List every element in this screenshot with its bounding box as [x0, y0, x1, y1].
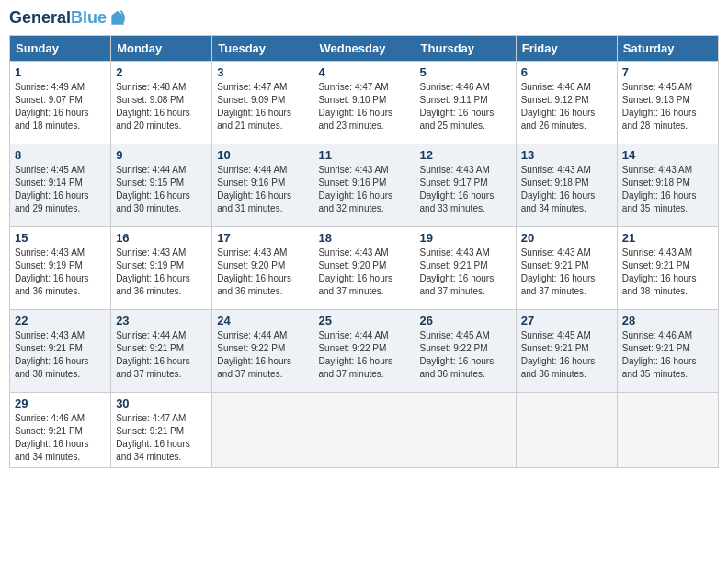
day-info: Sunrise: 4:44 AM Sunset: 9:21 PM Dayligh…: [116, 329, 207, 381]
day-number: 25: [318, 314, 409, 327]
day-info: Sunrise: 4:43 AM Sunset: 9:19 PM Dayligh…: [116, 247, 207, 298]
day-number: 10: [217, 148, 308, 162]
calendar-cell: [415, 393, 516, 468]
day-info: Sunrise: 4:48 AM Sunset: 9:08 PM Dayligh…: [116, 81, 207, 132]
calendar-cell: 6Sunrise: 4:46 AM Sunset: 9:12 PM Daylig…: [516, 62, 617, 144]
calendar-cell: 10Sunrise: 4:44 AM Sunset: 9:16 PM Dayli…: [212, 144, 313, 227]
day-info: Sunrise: 4:49 AM Sunset: 9:07 PM Dayligh…: [15, 81, 106, 132]
calendar-week-row: 22Sunrise: 4:43 AM Sunset: 9:21 PM Dayli…: [10, 310, 719, 393]
day-info: Sunrise: 4:43 AM Sunset: 9:19 PM Dayligh…: [15, 247, 106, 298]
day-info: Sunrise: 4:46 AM Sunset: 9:11 PM Dayligh…: [420, 81, 511, 132]
day-header-tuesday: Tuesday: [212, 36, 313, 62]
calendar-header-row: SundayMondayTuesdayWednesdayThursdayFrid…: [10, 36, 719, 62]
day-info: Sunrise: 4:47 AM Sunset: 9:10 PM Dayligh…: [318, 81, 409, 132]
day-info: Sunrise: 4:43 AM Sunset: 9:18 PM Dayligh…: [521, 164, 612, 215]
day-header-wednesday: Wednesday: [313, 36, 415, 62]
calendar-cell: 24Sunrise: 4:44 AM Sunset: 9:22 PM Dayli…: [212, 310, 313, 393]
calendar-cell: 11Sunrise: 4:43 AM Sunset: 9:16 PM Dayli…: [313, 144, 415, 227]
day-info: Sunrise: 4:44 AM Sunset: 9:22 PM Dayligh…: [318, 329, 409, 381]
day-number: 9: [116, 148, 207, 162]
calendar-cell: 16Sunrise: 4:43 AM Sunset: 9:19 PM Dayli…: [111, 227, 212, 310]
calendar-week-row: 15Sunrise: 4:43 AM Sunset: 9:19 PM Dayli…: [10, 227, 719, 310]
calendar-cell: 7Sunrise: 4:45 AM Sunset: 9:13 PM Daylig…: [617, 62, 718, 144]
day-number: 27: [521, 314, 612, 327]
day-number: 8: [15, 148, 106, 162]
day-info: Sunrise: 4:47 AM Sunset: 9:09 PM Dayligh…: [217, 81, 308, 132]
day-info: Sunrise: 4:43 AM Sunset: 9:21 PM Dayligh…: [15, 329, 106, 381]
calendar-week-row: 8Sunrise: 4:45 AM Sunset: 9:14 PM Daylig…: [10, 144, 719, 227]
calendar-cell: 22Sunrise: 4:43 AM Sunset: 9:21 PM Dayli…: [10, 310, 111, 393]
day-info: Sunrise: 4:43 AM Sunset: 9:21 PM Dayligh…: [521, 247, 612, 298]
calendar-cell: 29Sunrise: 4:46 AM Sunset: 9:21 PM Dayli…: [10, 393, 111, 468]
day-number: 2: [116, 65, 207, 79]
day-number: 11: [318, 148, 409, 162]
logo-icon: [108, 9, 127, 28]
day-number: 24: [217, 314, 308, 327]
day-info: Sunrise: 4:44 AM Sunset: 9:16 PM Dayligh…: [217, 164, 308, 215]
day-number: 21: [622, 231, 713, 245]
calendar-cell: 4Sunrise: 4:47 AM Sunset: 9:10 PM Daylig…: [313, 62, 415, 144]
day-info: Sunrise: 4:46 AM Sunset: 9:12 PM Dayligh…: [521, 81, 612, 132]
calendar-cell: 5Sunrise: 4:46 AM Sunset: 9:11 PM Daylig…: [415, 62, 516, 144]
calendar: SundayMondayTuesdayWednesdayThursdayFrid…: [9, 35, 719, 468]
day-number: 17: [217, 231, 308, 245]
day-info: Sunrise: 4:45 AM Sunset: 9:21 PM Dayligh…: [521, 329, 612, 381]
day-number: 19: [420, 231, 511, 245]
day-info: Sunrise: 4:45 AM Sunset: 9:14 PM Dayligh…: [15, 164, 106, 215]
day-number: 20: [521, 231, 612, 245]
day-number: 6: [521, 65, 612, 79]
calendar-cell: 15Sunrise: 4:43 AM Sunset: 9:19 PM Dayli…: [10, 227, 111, 310]
calendar-cell: 14Sunrise: 4:43 AM Sunset: 9:18 PM Dayli…: [617, 144, 718, 227]
calendar-cell: 1Sunrise: 4:49 AM Sunset: 9:07 PM Daylig…: [10, 62, 111, 144]
calendar-cell: 26Sunrise: 4:45 AM Sunset: 9:22 PM Dayli…: [415, 310, 516, 393]
day-info: Sunrise: 4:43 AM Sunset: 9:20 PM Dayligh…: [318, 247, 409, 298]
calendar-cell: 9Sunrise: 4:44 AM Sunset: 9:15 PM Daylig…: [111, 144, 212, 227]
page: GeneralBlue SundayMondayTuesdayWednesday…: [0, 0, 728, 563]
logo-text: GeneralBlue: [9, 9, 107, 28]
day-header-saturday: Saturday: [617, 36, 718, 62]
day-info: Sunrise: 4:44 AM Sunset: 9:15 PM Dayligh…: [116, 164, 207, 215]
calendar-cell: [212, 393, 313, 468]
day-number: 18: [318, 231, 409, 245]
header: GeneralBlue: [9, 9, 719, 28]
day-info: Sunrise: 4:45 AM Sunset: 9:13 PM Dayligh…: [622, 81, 713, 132]
calendar-cell: [313, 393, 415, 468]
day-number: 12: [420, 148, 511, 162]
calendar-cell: 21Sunrise: 4:43 AM Sunset: 9:21 PM Dayli…: [617, 227, 718, 310]
day-number: 14: [622, 148, 713, 162]
day-info: Sunrise: 4:43 AM Sunset: 9:17 PM Dayligh…: [420, 164, 511, 215]
calendar-cell: 30Sunrise: 4:47 AM Sunset: 9:21 PM Dayli…: [111, 393, 212, 468]
day-number: 5: [420, 65, 511, 79]
calendar-cell: 20Sunrise: 4:43 AM Sunset: 9:21 PM Dayli…: [516, 227, 617, 310]
day-number: 7: [622, 65, 713, 79]
day-info: Sunrise: 4:43 AM Sunset: 9:18 PM Dayligh…: [622, 164, 713, 215]
day-header-monday: Monday: [111, 36, 212, 62]
day-header-friday: Friday: [516, 36, 617, 62]
calendar-cell: 28Sunrise: 4:46 AM Sunset: 9:21 PM Dayli…: [617, 310, 718, 393]
calendar-cell: 19Sunrise: 4:43 AM Sunset: 9:21 PM Dayli…: [415, 227, 516, 310]
day-info: Sunrise: 4:43 AM Sunset: 9:21 PM Dayligh…: [420, 247, 511, 298]
day-info: Sunrise: 4:43 AM Sunset: 9:20 PM Dayligh…: [217, 247, 308, 298]
calendar-cell: 12Sunrise: 4:43 AM Sunset: 9:17 PM Dayli…: [415, 144, 516, 227]
calendar-cell: 3Sunrise: 4:47 AM Sunset: 9:09 PM Daylig…: [212, 62, 313, 144]
day-number: 16: [116, 231, 207, 245]
day-header-thursday: Thursday: [415, 36, 516, 62]
day-number: 13: [521, 148, 612, 162]
day-info: Sunrise: 4:44 AM Sunset: 9:22 PM Dayligh…: [217, 329, 308, 381]
day-number: 26: [420, 314, 511, 327]
calendar-cell: [617, 393, 718, 468]
day-info: Sunrise: 4:43 AM Sunset: 9:21 PM Dayligh…: [622, 247, 713, 298]
calendar-cell: 2Sunrise: 4:48 AM Sunset: 9:08 PM Daylig…: [111, 62, 212, 144]
day-info: Sunrise: 4:47 AM Sunset: 9:21 PM Dayligh…: [116, 412, 207, 464]
day-number: 1: [15, 65, 106, 79]
day-number: 29: [15, 396, 106, 410]
day-number: 15: [15, 231, 106, 245]
day-number: 30: [116, 396, 207, 410]
calendar-cell: 18Sunrise: 4:43 AM Sunset: 9:20 PM Dayli…: [313, 227, 415, 310]
day-header-sunday: Sunday: [10, 36, 111, 62]
calendar-cell: 27Sunrise: 4:45 AM Sunset: 9:21 PM Dayli…: [516, 310, 617, 393]
logo: GeneralBlue: [9, 9, 127, 28]
calendar-cell: 17Sunrise: 4:43 AM Sunset: 9:20 PM Dayli…: [212, 227, 313, 310]
day-number: 22: [15, 314, 106, 327]
day-info: Sunrise: 4:45 AM Sunset: 9:22 PM Dayligh…: [420, 329, 511, 381]
